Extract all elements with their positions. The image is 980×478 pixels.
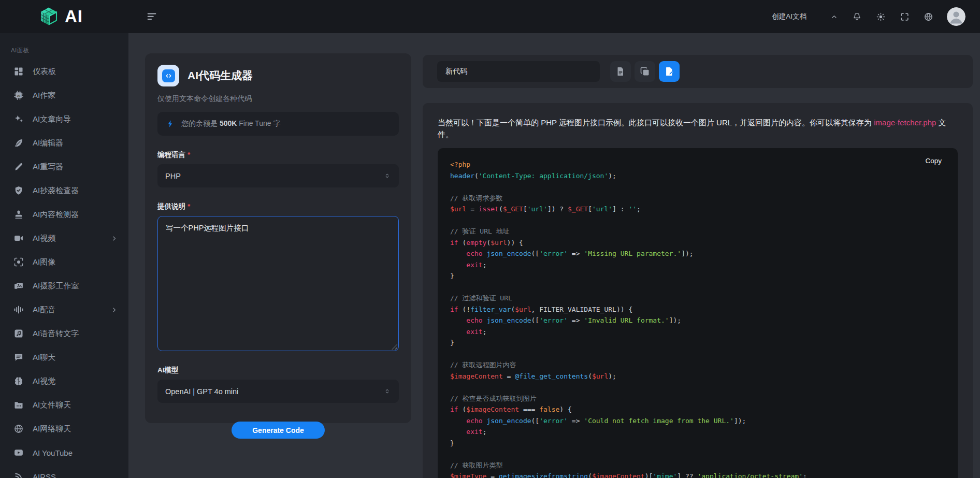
balance-text: 您的余额是 500K Fine Tune 字	[181, 119, 280, 128]
create-doc-link[interactable]: 创建AI文档	[772, 12, 806, 21]
notifications-button[interactable]	[852, 12, 862, 22]
sidebar-item[interactable]: AI视频	[0, 226, 128, 250]
generate-button[interactable]: Generate Code	[232, 422, 325, 439]
code-icon	[164, 71, 173, 80]
folder-chat-icon	[13, 400, 24, 410]
model-select[interactable]: OpenAI | GPT 4o mini	[157, 380, 399, 403]
sidebar-item-label: AI聊天	[33, 353, 118, 363]
code-line: header('Content-Type: application/json')…	[450, 170, 945, 182]
copy-button[interactable]: Copy	[922, 156, 945, 165]
code-line: }	[450, 270, 945, 282]
sidebar-item[interactable]: AI抄袭检查器	[0, 179, 128, 202]
sidebar-item-label: AI YouTube	[33, 448, 118, 457]
globe-icon	[13, 424, 24, 434]
globe-icon	[924, 12, 933, 22]
sidebar-item[interactable]: AI配音	[0, 298, 128, 322]
sidebar-section-label: AI面板	[11, 47, 128, 54]
code-line	[450, 181, 945, 193]
sidebar-item[interactable]: AI编辑器	[0, 131, 128, 155]
sidebar-item[interactable]: AI视觉	[0, 369, 128, 393]
language-select[interactable]: PHP	[157, 164, 399, 187]
avatar[interactable]	[947, 7, 965, 26]
chevron-right-icon	[110, 306, 118, 314]
bell-icon	[852, 12, 862, 22]
file-text-icon	[615, 66, 626, 77]
stamp-icon	[13, 209, 24, 220]
result-card: 当然可以！下面是一个简单的 PHP 远程图片接口示例。此接口可以接收一个图片 U…	[423, 103, 973, 478]
code-line	[450, 282, 945, 293]
app-root: AI 创建AI文档 AI面板 仪表板AIAI作家AI文章向导AI编辑器AI重写器…	[0, 0, 980, 478]
collapse-button[interactable]	[830, 13, 838, 21]
new-doc-button[interactable]	[610, 61, 631, 82]
balance-banner: 您的余额是 500K Fine Tune 字	[157, 112, 399, 136]
sidebar-item[interactable]: AI语音转文字	[0, 322, 128, 345]
code-line: if ($imageContent === false) {	[450, 404, 945, 415]
sidebar-item-label: AI配音	[33, 305, 102, 315]
lightning-icon	[166, 120, 175, 128]
logo-cube-icon	[38, 6, 59, 27]
code-line: // 过滤和验证 URL	[450, 293, 945, 304]
photo-studio-icon	[13, 281, 24, 291]
code-line: echo json_encode(['error' => 'Missing UR…	[450, 248, 945, 259]
duplicate-doc-button[interactable]	[635, 61, 655, 82]
main-content: AI代码生成器 仅使用文本命令创建各种代码 您的余额是 500K Fine Tu…	[128, 33, 980, 478]
logo[interactable]: AI	[0, 6, 128, 27]
language-button[interactable]	[924, 12, 933, 22]
sidebar-item[interactable]: AI YouTube	[0, 441, 128, 465]
generator-card: AI代码生成器 仅使用文本命令创建各种代码 您的余额是 500K Fine Tu…	[145, 53, 411, 423]
shield-check-icon	[13, 185, 24, 196]
code-line: // 获取远程图片内容	[450, 359, 945, 371]
fullscreen-button[interactable]	[900, 12, 910, 22]
sidebar-item[interactable]: AI摄影工作室	[0, 274, 128, 298]
sidebar-item[interactable]: 仪表板	[0, 60, 128, 83]
code-line	[450, 215, 945, 226]
pencil-icon	[13, 162, 24, 172]
language-label: 编程语言*	[157, 150, 399, 160]
image-focus-icon	[13, 257, 24, 267]
sidebar-item-label: AI内容检测器	[33, 210, 118, 220]
page-title: AI代码生成器	[188, 68, 253, 83]
sidebar-item-label: 仪表板	[33, 67, 118, 77]
save-doc-button[interactable]	[659, 61, 680, 82]
sidebar-item[interactable]: AI重写器	[0, 155, 128, 179]
code-line: $imageContent = @file_get_contents($url)…	[450, 371, 945, 382]
svg-text:AI: AI	[17, 94, 21, 97]
waveform-icon	[13, 305, 24, 315]
sidebar-item[interactable]: AI网络聊天	[0, 417, 128, 441]
fullscreen-icon	[900, 12, 910, 22]
code-line: // 获取请求参数	[450, 193, 945, 204]
updown-icon	[383, 387, 391, 395]
sidebar-item[interactable]: AI聊天	[0, 345, 128, 369]
instructions-textarea[interactable]: 写一个PHP远程图片接口	[157, 216, 399, 351]
code-line	[450, 448, 945, 460]
theme-toggle-button[interactable]	[876, 12, 886, 22]
code-line: echo json_encode(['error' => 'Could not …	[450, 415, 945, 427]
doc-title-input[interactable]	[437, 61, 600, 82]
sidebar-item-label: AI图像	[33, 257, 118, 267]
sidebar-item[interactable]: AIAI作家	[0, 83, 128, 107]
sidebar-item-label: AI重写器	[33, 162, 118, 172]
copy-icon	[640, 66, 650, 77]
sun-icon	[876, 12, 886, 22]
sidebar-item[interactable]: AI内容检测器	[0, 202, 128, 226]
sidebar-item-label: AI文章向导	[33, 114, 118, 124]
sparkles-icon	[13, 114, 24, 124]
sidebar-item[interactable]: AI文件聊天	[0, 393, 128, 417]
code-line: // 获取图片类型	[450, 460, 945, 471]
code-line: // 检查是否成功获取到图片	[450, 393, 945, 404]
result-toolbar	[423, 55, 973, 88]
caret-up-icon	[830, 13, 838, 21]
top-navbar: AI 创建AI文档	[0, 0, 980, 33]
brain-icon	[13, 376, 24, 386]
sidebar-item[interactable]: AI文章向导	[0, 107, 128, 131]
chip-icon: AI	[13, 90, 24, 100]
code-line: $mimeType = getimagesizefromstring($imag…	[450, 471, 945, 478]
sidebar-item[interactable]: AIRSS	[0, 465, 128, 478]
model-label: AI模型	[157, 366, 399, 375]
generator-header: AI代码生成器	[157, 65, 399, 86]
sidebar-item-label: AI作家	[33, 91, 118, 100]
page-subtitle: 仅使用文本命令创建各种代码	[157, 94, 399, 104]
menu-button[interactable]	[144, 9, 160, 24]
result-toolbar-buttons	[610, 61, 680, 82]
sidebar-item[interactable]: AI图像	[0, 250, 128, 274]
